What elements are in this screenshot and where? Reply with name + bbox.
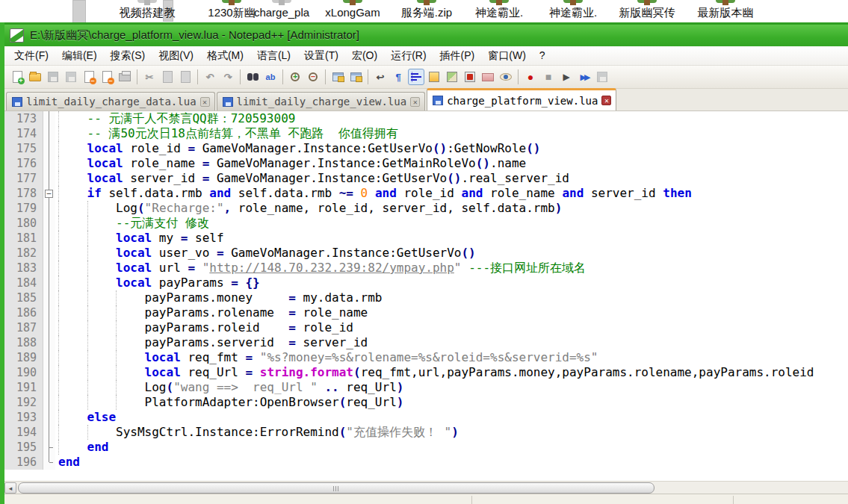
macro-run-multiple-icon[interactable]: ▶▶	[576, 69, 592, 85]
code-text[interactable]: payParams.roleid = role_id	[55, 320, 848, 335]
code-text[interactable]: local payParams = {}	[55, 276, 848, 290]
tab-charge_platform_view-lua[interactable]: charge_platform_view.lua✕	[427, 88, 616, 111]
desktop-icon-label[interactable]: 服务端.zip	[401, 6, 452, 20]
desktop-icon-image[interactable]	[637, 0, 657, 5]
zoom-in-icon[interactable]	[287, 69, 303, 85]
tab-close-icon[interactable]: ✕	[410, 97, 420, 107]
code-text[interactable]: payParams.serverid = server_id	[55, 335, 848, 350]
function-list-icon[interactable]	[426, 69, 442, 85]
code-line-187[interactable]: 187payParams.roleid = role_id	[4, 320, 848, 335]
code-text[interactable]: local req_Url = string.format(req_fmt,ur…	[55, 365, 848, 380]
code-text[interactable]: Log("wang ==> req_Url " .. req_Url)	[55, 380, 848, 395]
print-icon[interactable]	[117, 69, 133, 85]
code-text[interactable]: if self.data.rmb and self.data.rmb ~= 0 …	[55, 186, 848, 201]
code-line-192[interactable]: 192PlatformAdapter:OpenBrowser(req_Url)	[4, 395, 848, 410]
new-file-icon[interactable]: +	[9, 69, 25, 85]
code-text[interactable]: local server_id = GameVoManager.Instance…	[55, 171, 848, 186]
tab-close-icon[interactable]: ✕	[601, 96, 611, 105]
code-text[interactable]: PlatformAdapter:OpenBrowser(req_Url)	[55, 395, 848, 410]
code-line-175[interactable]: 175local role_id = GameVoManager.Instanc…	[4, 141, 848, 156]
menu-o[interactable]: 宏(O)	[345, 46, 384, 65]
code-line-194[interactable]: 194SysMsgCtrl.Instance:ErrorRemind("充值操作…	[4, 425, 848, 440]
code-text[interactable]: local url = "http://148.70.232.239:82/ym…	[55, 261, 848, 276]
tab-limit_daily_charge_view-lua[interactable]: limit_daily_charge_view.lua✕	[217, 92, 426, 111]
code-text[interactable]: local my = self	[55, 231, 848, 246]
code-line-179[interactable]: 179Log("Recharge:", role_name, role_id, …	[4, 201, 848, 216]
close-all-icon[interactable]: –	[99, 69, 115, 85]
scrollbar-thumb[interactable]	[18, 482, 654, 494]
desktop-icon-image[interactable]	[272, 0, 291, 5]
desktop-icon-label[interactable]: 神途霸业.	[475, 6, 523, 20]
sync-horizontal-icon[interactable]	[347, 69, 364, 85]
code-line-193[interactable]: 193else	[4, 410, 848, 425]
desktop-icon-image[interactable]	[222, 0, 241, 5]
scroll-left-arrow[interactable]: ◂	[4, 482, 16, 494]
code-line-180[interactable]: 180--元满支付 修改	[4, 216, 848, 231]
menu-m[interactable]: 格式(M)	[200, 46, 250, 65]
menu-l[interactable]: 语言(L)	[250, 46, 297, 65]
menu-t[interactable]: 设置(T)	[297, 46, 345, 65]
code-line-189[interactable]: 189local req_fmt = "%s?money=%s&rolename…	[4, 350, 848, 365]
code-line-191[interactable]: 191Log("wang ==> req_Url " .. req_Url)	[4, 380, 848, 395]
open-file-icon[interactable]	[27, 69, 43, 85]
macro-record-icon[interactable]: ●	[522, 69, 539, 85]
show-indent-guide-icon[interactable]	[408, 69, 424, 85]
menu-s[interactable]: 搜索(S)	[104, 46, 152, 65]
code-line-173[interactable]: 173-- 元满千人不禁言QQ群：720593009	[4, 111, 848, 126]
code-text[interactable]: end	[55, 455, 848, 470]
close-icon[interactable]: –	[81, 69, 97, 85]
menu-w[interactable]: 窗口(W)	[481, 46, 533, 65]
save-icon[interactable]	[45, 69, 61, 85]
paste-icon[interactable]	[177, 69, 194, 85]
desktop-icon-image[interactable]	[137, 0, 157, 5]
code-line-188[interactable]: 188payParams.serverid = server_id	[4, 335, 848, 350]
code-text[interactable]: payParams.rolename = role_name	[55, 305, 848, 320]
folder-workspace-icon[interactable]	[480, 69, 496, 85]
macro-save-icon[interactable]	[594, 69, 610, 85]
code-line-185[interactable]: 185payParams.money = my.data.rmb	[4, 290, 848, 305]
code-line-178[interactable]: 178−if self.data.rmb and self.data.rmb ~…	[4, 186, 848, 201]
document-switcher-icon[interactable]	[462, 69, 478, 85]
code-editor[interactable]: 173-- 元满千人不禁言QQ群：720593009174-- 满50元次日18…	[4, 111, 848, 481]
desktop-icon-image[interactable]	[489, 0, 509, 5]
desktop-icon-label[interactable]: 视频搭建教	[120, 6, 176, 20]
save-all-icon[interactable]	[63, 69, 79, 85]
show-all-characters-icon[interactable]: ¶	[390, 69, 406, 85]
copy-icon[interactable]	[159, 69, 176, 85]
desktop-icon-label[interactable]: 神途霸业.	[549, 6, 597, 20]
desktop-icon-image[interactable]	[563, 0, 583, 5]
desktop-icon-label[interactable]: charge_pla	[254, 6, 309, 19]
zoom-out-icon[interactable]	[305, 69, 321, 85]
code-text[interactable]: --元满支付 修改	[55, 216, 848, 231]
code-line-183[interactable]: 183local url = "http://148.70.232.239:82…	[4, 261, 848, 276]
code-line-181[interactable]: 181local my = self	[4, 231, 848, 246]
code-line-182[interactable]: 182local user_vo = GameVoManager.Instanc…	[4, 246, 848, 261]
menu-r[interactable]: 运行(R)	[384, 46, 433, 65]
code-text[interactable]: local role_name = GameVoManager.Instance…	[55, 156, 848, 171]
word-wrap-icon[interactable]: ↩	[372, 69, 389, 85]
macro-stop-icon[interactable]: ■	[540, 69, 557, 85]
code-text[interactable]: -- 满50元次日18点前结算，不黑单 不跑路 你值得拥有	[55, 126, 848, 141]
code-text[interactable]: local req_fmt = "%s?money=%s&rolename=%s…	[55, 350, 848, 365]
menu-e[interactable]: 编辑(E)	[55, 46, 104, 65]
tab-close-icon[interactable]: ✕	[200, 97, 210, 107]
code-line-177[interactable]: 177local server_id = GameVoManager.Insta…	[4, 171, 848, 186]
desktop-icon-label[interactable]: 最新版本幽	[698, 6, 754, 20]
tab-limit_daily_charge_data-lua[interactable]: limit_daily_charge_data.lua✕	[6, 92, 215, 111]
desktop-icon-label[interactable]: xLongGam	[325, 6, 380, 19]
view-monitor-icon[interactable]	[498, 69, 514, 85]
desktop-icon-image[interactable]	[417, 0, 436, 5]
code-line-190[interactable]: 190local req_Url = string.format(req_fmt…	[4, 365, 848, 380]
code-line-195[interactable]: 195end	[4, 440, 848, 455]
menu-v[interactable]: 视图(V)	[152, 46, 200, 65]
cut-icon[interactable]: ✂	[141, 69, 158, 85]
code-line-186[interactable]: 186payParams.rolename = role_name	[4, 305, 848, 320]
redo-icon[interactable]: ↷	[220, 69, 236, 85]
document-map-icon[interactable]	[444, 69, 460, 85]
fold-collapse-icon[interactable]: −	[43, 186, 55, 201]
code-line-174[interactable]: 174-- 满50元次日18点前结算，不黑单 不跑路 你值得拥有	[4, 126, 848, 141]
code-line-176[interactable]: 176local role_name = GameVoManager.Insta…	[4, 156, 848, 171]
code-text[interactable]: -- 元满千人不禁言QQ群：720593009	[55, 111, 848, 126]
code-text[interactable]: payParams.money = my.data.rmb	[55, 290, 848, 305]
macro-play-icon[interactable]: ▶	[558, 69, 575, 85]
